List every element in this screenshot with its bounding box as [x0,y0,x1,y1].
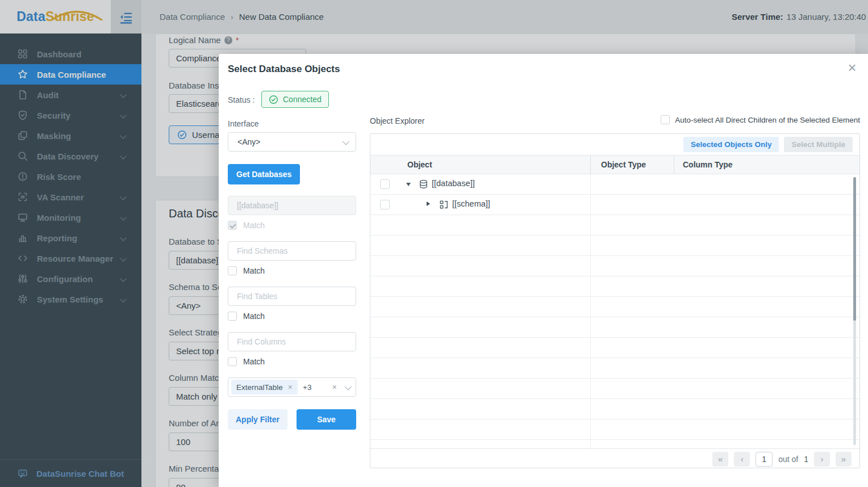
select-multiple-button: Select Multiple [784,137,853,152]
column-header-column-type[interactable]: Column Type [674,156,859,174]
interface-label: Interface [228,119,258,128]
match-schemas-row: Match [228,266,265,275]
autoselect-children-row: Auto-select All Direct Children of the S… [661,115,860,124]
save-button[interactable]: Save [297,409,356,430]
status-badge: Connected [261,91,329,108]
object-type-multiselect[interactable]: ExternalTable × +3 × [228,377,356,397]
object-explorer-title: Object Explorer [370,116,424,125]
object-name[interactable]: [[schema]] [452,199,490,208]
column-header-object-type[interactable]: Object Type [590,156,674,174]
check-circle-icon [269,95,278,104]
modal-title: Select Database Objects [228,64,340,75]
table-row-empty [370,440,859,448]
selected-objects-only-button[interactable]: Selected Objects Only [683,137,779,152]
table-row-empty [370,358,859,379]
caret-right-icon[interactable] [427,201,430,206]
caret-down-icon[interactable] [406,183,411,186]
scrollbar-thumb[interactable] [853,177,856,321]
autoselect-children-checkbox[interactable] [661,115,670,124]
apply-filter-button[interactable]: Apply Filter [228,409,287,430]
status-label: Status : [228,95,254,104]
row-checkbox[interactable] [380,200,390,209]
column-header-object[interactable]: Object [370,156,590,174]
table-row-schema[interactable]: [[schema]] [370,195,859,215]
total-pages: 1 [804,455,808,464]
table-row-empty [370,379,859,399]
table-body: [[database]] [[schema]] [370,174,859,448]
object-explorer-table: Selected Objects Only Select Multiple Ob… [370,133,860,468]
match-columns-checkbox[interactable] [228,357,237,366]
remove-tag-icon[interactable]: × [288,383,293,392]
database-filter-input: [[database]] [228,196,356,215]
match-tables-checkbox[interactable] [228,312,237,321]
page-number-input[interactable] [756,452,773,467]
schema-icon [439,199,449,210]
out-of-label: out of [778,455,798,464]
table-row-empty [370,399,859,419]
get-databases-button[interactable]: Get Databases [228,164,300,184]
more-tags-count: +3 [303,383,311,392]
find-tables-input[interactable] [228,287,356,306]
find-schemas-input[interactable] [228,241,356,261]
table-row-empty [370,419,859,440]
close-icon[interactable]: × [845,61,859,75]
match-columns-row: Match [228,357,265,366]
table-toolbar: Selected Objects Only Select Multiple [370,134,859,156]
match-database-checkbox [228,221,237,230]
first-page-button[interactable]: « [712,452,728,467]
match-database-row: Match [228,221,265,230]
object-name[interactable]: [[database]] [432,179,475,188]
match-tables-row: Match [228,312,265,321]
table-row-empty [370,236,859,256]
interface-select[interactable]: <Any> [228,132,356,152]
table-row-empty [370,338,859,358]
clear-all-icon[interactable]: × [332,383,337,392]
table-header: Object Object Type Column Type [370,156,859,174]
find-columns-input[interactable] [228,332,356,351]
next-page-button[interactable]: › [814,452,830,467]
prev-page-button[interactable]: ‹ [734,452,750,467]
select-database-objects-modal: Select Database Objects × Status : Conne… [219,54,868,487]
chevron-down-icon [343,137,350,145]
table-row-empty [370,215,859,236]
row-checkbox[interactable] [380,179,390,189]
database-icon [418,179,429,190]
table-row-empty [370,276,859,297]
table-pagination: « ‹ out of 1 › » [370,448,859,469]
table-scrollbar [853,177,856,445]
table-row-database[interactable]: [[database]] [370,174,859,195]
selected-tag: ExternalTable × [231,380,298,394]
table-row-empty [370,256,859,276]
chevron-down-icon [345,383,352,390]
match-schemas-checkbox[interactable] [228,266,237,275]
last-page-button[interactable]: » [836,452,852,467]
table-row-empty [370,317,859,338]
table-row-empty [370,297,859,317]
